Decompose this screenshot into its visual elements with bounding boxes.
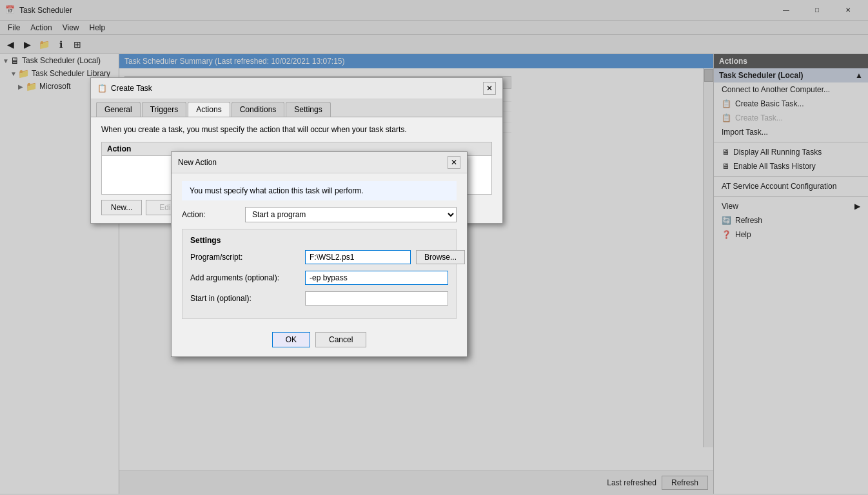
arguments-input[interactable] [305,271,448,285]
new-action-desc-text: You must specify what action this task w… [190,186,364,195]
tab-general[interactable]: General [96,102,141,117]
tab-bar: General Triggers Actions Conditions Sett… [91,99,502,117]
program-input[interactable] [305,250,411,264]
tab-conditions[interactable]: Conditions [232,102,285,117]
start-in-row: Start in (optional): [190,291,448,306]
action-column-header: Action [107,144,131,153]
arguments-row: Add arguments (optional): [190,271,448,285]
new-action-button[interactable]: New... [101,200,142,215]
program-label: Program/script: [190,253,300,262]
start-in-label: Start in (optional): [190,294,300,303]
tab-actions[interactable]: Actions [188,102,230,117]
settings-section-label: Settings [190,236,448,245]
tab-settings[interactable]: Settings [286,102,330,117]
create-task-title-bar: 📋 Create Task ✕ [91,78,502,99]
browse-button[interactable]: Browse... [416,250,465,264]
settings-section: Settings Program/script: Browse... Add a… [182,229,457,319]
arguments-label: Add arguments (optional): [190,273,300,282]
create-task-title: 📋 Create Task [97,84,152,93]
action-row: Action: Start a program Send an e-mail (… [182,207,457,222]
action-field-label: Action: [182,210,240,219]
new-action-footer: OK Cancel [172,327,467,356]
create-task-title-text: Create Task [111,84,152,93]
start-in-input[interactable] [305,291,448,306]
program-row: Program/script: Browse... [190,250,448,264]
new-action-dialog: New Action ✕ You must specify what actio… [171,151,468,357]
new-action-title-text: New Action [178,158,217,167]
tab-triggers[interactable]: Triggers [142,102,187,117]
new-action-description: You must specify what action this task w… [182,181,457,200]
cancel-button[interactable]: Cancel [315,332,366,347]
ok-button[interactable]: OK [272,332,310,347]
create-task-close-button[interactable]: ✕ [483,82,496,95]
new-action-title-bar: New Action ✕ [172,152,467,173]
create-task-icon: 📋 [97,84,107,93]
create-task-description: When you create a task, you must specify… [101,125,492,134]
action-select[interactable]: Start a program Send an e-mail (deprecat… [245,207,457,222]
new-action-close-button[interactable]: ✕ [448,156,460,169]
new-action-content: You must specify what action this task w… [172,173,467,327]
